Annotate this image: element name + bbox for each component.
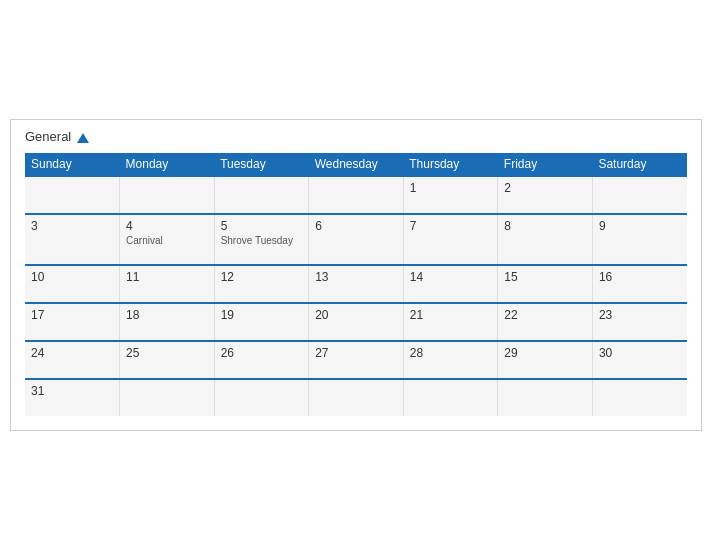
calendar-thead: SundayMondayTuesdayWednesdayThursdayFrid… (25, 153, 687, 176)
calendar-cell: 31 (25, 379, 120, 416)
day-number: 28 (410, 346, 492, 360)
calendar-cell: 21 (403, 303, 498, 341)
calendar-cell: 7 (403, 214, 498, 265)
calendar-cell: 4Carnival (120, 214, 215, 265)
weekday-header-row: SundayMondayTuesdayWednesdayThursdayFrid… (25, 153, 687, 176)
day-number: 26 (221, 346, 303, 360)
calendar-header: General (25, 130, 687, 144)
calendar-cell (309, 176, 404, 214)
calendar-cell: 14 (403, 265, 498, 303)
day-number: 23 (599, 308, 681, 322)
day-number: 1 (410, 181, 492, 195)
calendar-cell: 17 (25, 303, 120, 341)
calendar-cell: 16 (592, 265, 687, 303)
day-number: 3 (31, 219, 113, 233)
calendar-cell: 26 (214, 341, 309, 379)
calendar-cell: 19 (214, 303, 309, 341)
calendar-table: SundayMondayTuesdayWednesdayThursdayFrid… (25, 153, 687, 416)
calendar-week-row: 31 (25, 379, 687, 416)
calendar-cell: 15 (498, 265, 593, 303)
day-number: 14 (410, 270, 492, 284)
calendar-cell: 13 (309, 265, 404, 303)
day-number: 25 (126, 346, 208, 360)
day-number: 2 (504, 181, 586, 195)
day-number: 27 (315, 346, 397, 360)
weekday-header-sunday: Sunday (25, 153, 120, 176)
calendar-cell: 22 (498, 303, 593, 341)
day-number: 8 (504, 219, 586, 233)
weekday-header-tuesday: Tuesday (214, 153, 309, 176)
calendar-cell: 9 (592, 214, 687, 265)
calendar-cell: 5Shrove Tuesday (214, 214, 309, 265)
day-number: 29 (504, 346, 586, 360)
calendar-cell: 27 (309, 341, 404, 379)
calendar-cell (25, 176, 120, 214)
day-number: 15 (504, 270, 586, 284)
day-number: 17 (31, 308, 113, 322)
day-number: 21 (410, 308, 492, 322)
calendar-cell (498, 379, 593, 416)
calendar-cell: 2 (498, 176, 593, 214)
calendar-cell: 3 (25, 214, 120, 265)
day-number: 16 (599, 270, 681, 284)
calendar-cell: 28 (403, 341, 498, 379)
day-number: 31 (31, 384, 113, 398)
calendar-cell: 29 (498, 341, 593, 379)
day-number: 12 (221, 270, 303, 284)
calendar-week-row: 17181920212223 (25, 303, 687, 341)
calendar-cell: 8 (498, 214, 593, 265)
logo: General (25, 130, 89, 144)
calendar-week-row: 12 (25, 176, 687, 214)
calendar-cell: 30 (592, 341, 687, 379)
calendar-week-row: 34Carnival5Shrove Tuesday6789 (25, 214, 687, 265)
day-number: 18 (126, 308, 208, 322)
day-number: 13 (315, 270, 397, 284)
day-number: 30 (599, 346, 681, 360)
calendar-cell (309, 379, 404, 416)
day-number: 20 (315, 308, 397, 322)
calendar-cell: 20 (309, 303, 404, 341)
calendar-tbody: 1234Carnival5Shrove Tuesday6789101112131… (25, 176, 687, 416)
calendar-cell: 18 (120, 303, 215, 341)
calendar-cell (120, 379, 215, 416)
day-number: 10 (31, 270, 113, 284)
calendar-container: General SundayMondayTuesdayWednesdayThur… (10, 119, 702, 430)
day-number: 9 (599, 219, 681, 233)
day-number: 7 (410, 219, 492, 233)
event-label: Carnival (126, 235, 208, 246)
calendar-cell (403, 379, 498, 416)
calendar-cell (214, 176, 309, 214)
logo-triangle-icon (77, 133, 89, 143)
day-number: 11 (126, 270, 208, 284)
calendar-cell (214, 379, 309, 416)
day-number: 5 (221, 219, 303, 233)
day-number: 24 (31, 346, 113, 360)
day-number: 22 (504, 308, 586, 322)
weekday-header-friday: Friday (498, 153, 593, 176)
calendar-cell: 1 (403, 176, 498, 214)
weekday-header-monday: Monday (120, 153, 215, 176)
calendar-cell: 12 (214, 265, 309, 303)
calendar-cell: 11 (120, 265, 215, 303)
event-label: Shrove Tuesday (221, 235, 303, 246)
calendar-cell: 23 (592, 303, 687, 341)
calendar-cell: 6 (309, 214, 404, 265)
calendar-cell (120, 176, 215, 214)
day-number: 4 (126, 219, 208, 233)
calendar-cell: 24 (25, 341, 120, 379)
calendar-week-row: 10111213141516 (25, 265, 687, 303)
day-number: 6 (315, 219, 397, 233)
calendar-cell: 25 (120, 341, 215, 379)
calendar-cell: 10 (25, 265, 120, 303)
calendar-cell (592, 379, 687, 416)
weekday-header-thursday: Thursday (403, 153, 498, 176)
weekday-header-wednesday: Wednesday (309, 153, 404, 176)
weekday-header-saturday: Saturday (592, 153, 687, 176)
calendar-cell (592, 176, 687, 214)
calendar-week-row: 24252627282930 (25, 341, 687, 379)
logo-general-text: General (25, 130, 89, 144)
day-number: 19 (221, 308, 303, 322)
